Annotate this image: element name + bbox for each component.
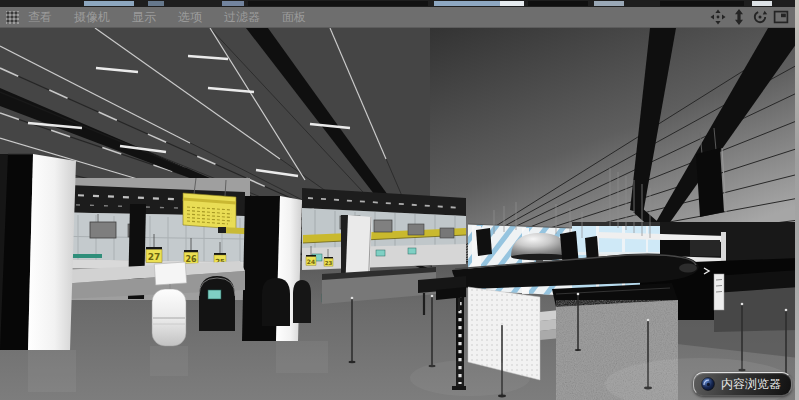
drag-handle-icon[interactable] bbox=[6, 11, 19, 24]
window-edge bbox=[795, 0, 799, 400]
viewport-controls bbox=[710, 9, 799, 25]
toggle-panel-icon[interactable] bbox=[773, 9, 789, 25]
viewport-menubar: 查看 摄像机 显示 选项 过滤器 面板 bbox=[0, 7, 799, 28]
viewport-3d[interactable]: 27 26 25 24 23 bbox=[0, 28, 799, 400]
pan-arrows-icon[interactable] bbox=[710, 9, 726, 25]
content-browser-tooltip: 内容浏览器 bbox=[693, 372, 792, 396]
sliver-segment bbox=[660, 1, 744, 6]
hanging-panel bbox=[696, 148, 724, 217]
sliver-segment bbox=[248, 1, 428, 6]
rotate-icon[interactable] bbox=[752, 9, 768, 25]
sliver-segment bbox=[500, 1, 524, 6]
viewport-window: 查看 摄像机 显示 选项 过滤器 面板 bbox=[0, 0, 799, 400]
sliver-segment bbox=[752, 1, 772, 6]
counter-screen bbox=[208, 290, 221, 299]
sliver-segment bbox=[222, 1, 244, 6]
sliver-segment bbox=[434, 1, 500, 6]
menu-filter[interactable]: 过滤器 bbox=[224, 7, 260, 28]
menu-panel[interactable]: 面板 bbox=[282, 7, 306, 28]
sliver-segment bbox=[84, 1, 134, 6]
menu-view[interactable]: 查看 bbox=[28, 7, 52, 28]
tooltip-label: 内容浏览器 bbox=[721, 373, 781, 395]
content-browser-sphere-icon bbox=[701, 377, 715, 391]
pillar-left bbox=[0, 154, 76, 350]
gate-sign-27: 27 bbox=[148, 252, 161, 262]
menu-options[interactable]: 选项 bbox=[178, 7, 202, 28]
sliver-segment bbox=[528, 1, 588, 6]
sliver-segment bbox=[148, 1, 164, 6]
gate-sign-23: 23 bbox=[325, 260, 333, 266]
kiosk-sign bbox=[154, 262, 186, 285]
menu-camera[interactable]: 摄像机 bbox=[74, 7, 110, 28]
dolly-arrow-icon[interactable] bbox=[731, 9, 747, 25]
gate-sign-24: 24 bbox=[307, 258, 315, 265]
gate-sign-26: 26 bbox=[185, 255, 197, 264]
scene-render: 27 26 25 24 23 bbox=[0, 28, 799, 400]
sliver-segment bbox=[594, 1, 624, 6]
toolbar-sliver bbox=[0, 0, 799, 7]
menu-display[interactable]: 显示 bbox=[132, 7, 156, 28]
